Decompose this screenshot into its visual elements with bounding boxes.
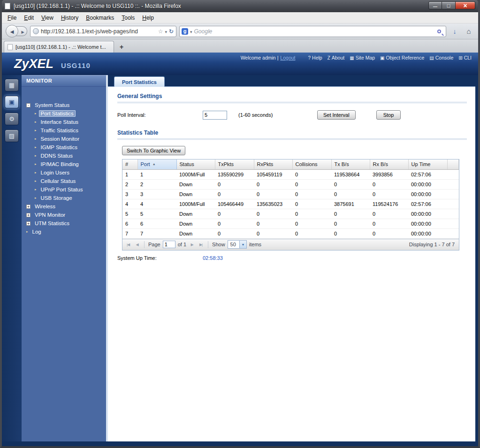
first-page-button[interactable] [125,243,131,247]
table-cell: 0 [215,179,254,189]
header-link-object-reference[interactable]: ▣Object Reference [380,55,424,61]
urlbar-dropdown-icon[interactable] [165,29,167,34]
column-header-port[interactable]: Port▲ [137,159,176,169]
bullet-icon [35,171,37,175]
sidebar-item-ip-mac-binding[interactable]: IP/MAC Binding [26,160,105,168]
column-header-rx-b-s[interactable]: Rx B/s [370,159,408,169]
column-header-num[interactable]: # [122,159,137,169]
next-page-button[interactable] [189,243,195,247]
sidebar-item-log[interactable]: Log [26,228,105,236]
content-tab-bar: Port Statistics [108,75,475,86]
menu-file[interactable]: File [4,13,20,23]
search-engine-dropdown-icon[interactable] [190,29,192,34]
dashboard-icon[interactable]: ▦ [5,79,19,91]
sidebar-item-login-users[interactable]: Login Users [26,168,105,177]
logout-link[interactable]: Logout [280,55,295,61]
bullet-icon [26,230,28,234]
google-engine-icon[interactable] [182,28,188,35]
sidebar-item-utm-statistics[interactable]: +UTM Statistics [26,219,105,228]
sidebar-item-upnp-port-status[interactable]: UPnP Port Status [26,185,105,194]
switch-to-graphic-view-button[interactable]: Switch To Graphic View [122,146,185,155]
table-row[interactable]: 441000M/Full1054664491356350230387569111… [122,199,459,209]
header-link-console[interactable]: ▤Console [429,55,453,61]
sidebar-item-igmp-statistics[interactable]: IGMP Statistics [26,143,105,152]
monitor-icon[interactable]: ▣ [5,96,19,108]
sidebar-item-wireless[interactable]: +Wireless [26,202,105,211]
url-bar[interactable]: http://192.168.1.1/ext-js/web-pages/ind [30,26,176,37]
reload-icon[interactable] [169,28,174,35]
maintenance-icon[interactable]: ▨ [5,129,19,142]
sidebar-item-interface-status[interactable]: Interface Status [26,118,105,126]
tab-port-statistics[interactable]: Port Statistics [114,76,165,87]
window-titlebar[interactable]: [usg110] (192.168.1.1) - .:: Welcome to … [2,0,478,12]
home-button[interactable] [463,26,474,37]
new-tab-button[interactable] [115,42,128,52]
browser-tab[interactable]: [usg110] (192.168.1.1) - .:: Welcome t..… [4,41,114,53]
configuration-icon[interactable]: ⚙ [5,113,19,125]
back-button[interactable] [6,25,18,38]
column-header-txpkts[interactable]: TxPkts [215,159,254,169]
menu-history[interactable]: History [57,13,82,23]
grid-header-row: #Port▲StatusTxPktsRxPktsCollisionsTx B/s… [122,159,459,169]
downloads-button[interactable] [449,26,460,37]
table-row[interactable]: 22Down0000000:00:00 [122,179,459,189]
menu-edit[interactable]: Edit [20,13,38,23]
header-link-help[interactable]: ?Help [308,55,322,61]
menu-tools[interactable]: Tools [118,13,138,23]
header-link-site-map[interactable]: ▦Site Map [350,55,375,61]
site-identity-globe-icon[interactable] [33,28,39,34]
column-header-collisions[interactable]: Collisions [292,159,331,169]
table-cell: 0 [254,219,292,228]
poll-interval-row: Poll Interval: (1-60 seconds) Set Interv… [117,110,467,120]
poll-interval-input[interactable] [203,111,227,120]
table-cell: 1000M/Full [176,169,215,179]
expand-icon[interactable]: + [26,205,30,209]
menu-bookmarks[interactable]: Bookmarks [82,13,118,23]
table-row[interactable]: 55Down0000000:00:00 [122,209,459,219]
column-header-status[interactable]: Status [176,159,215,169]
menu-help[interactable]: Help [138,13,158,23]
column-header-tx-b-s[interactable]: Tx B/s [331,159,370,169]
maximize-button[interactable] [442,1,456,9]
header-link-about[interactable]: ZAbout [328,55,345,61]
header-link-label: Console [435,55,454,61]
header-link-cli[interactable]: ⊞CLI [458,55,472,61]
page-size-select[interactable]: 50 [228,240,247,249]
minimize-button[interactable] [428,1,442,9]
stop-button[interactable]: Stop [376,110,401,120]
sidebar-item-ddns-status[interactable]: DDNS Status [26,152,105,160]
tab-title: [usg110] (192.168.1.1) - .:: Welcome t..… [15,44,110,50]
column-header-up-time[interactable]: Up Time [408,159,447,169]
sidebar-item-traffic-statistics[interactable]: Traffic Statistics [26,126,105,135]
home-icon [466,27,471,35]
menu-view[interactable]: View [38,13,57,23]
sidebar-item-port-statistics[interactable]: Port Statistics [26,109,105,118]
expand-icon[interactable]: + [26,221,30,226]
close-button[interactable] [456,1,475,9]
expand-icon[interactable]: + [26,213,30,217]
column-header-rxpkts[interactable]: RxPkts [254,159,292,169]
search-bar[interactable]: Google [179,26,446,37]
search-magnifier-icon[interactable] [434,27,444,36]
page-number-input[interactable] [163,241,175,248]
bookmark-star-icon[interactable] [158,28,163,35]
sidebar-item-system-status[interactable]: -System Status [26,101,105,109]
table-row[interactable]: 66Down0000000:00:00 [122,219,459,228]
nav-rail: ▦▣⚙▨ [2,75,22,441]
previous-page-button[interactable] [134,243,140,247]
sidebar-item-usb-storage[interactable]: USB Storage [26,194,105,202]
help-icon: ? [308,55,311,61]
collapse-icon[interactable]: - [26,103,30,107]
table-row[interactable]: 111000M/Full1355902991054591190119538664… [122,169,459,179]
last-page-button[interactable] [198,243,204,247]
sidebar-item-cellular-status[interactable]: Cellular Status [26,177,105,185]
sidebar-item-vpn-monitor[interactable]: +VPN Monitor [26,211,105,219]
tab-favicon [8,44,13,50]
table-cell: 0 [331,189,370,199]
back-arrow-icon [10,29,14,34]
sidebar-item-session-monitor[interactable]: Session Monitor [26,135,105,143]
set-interval-button[interactable]: Set Interval [317,110,356,120]
table-row[interactable]: 77Down0000000:00:00 [122,228,459,238]
table-row[interactable]: 33Down0000000:00:00 [122,189,459,199]
navigation-toolbar: http://192.168.1.1/ext-js/web-pages/ind … [2,23,478,39]
